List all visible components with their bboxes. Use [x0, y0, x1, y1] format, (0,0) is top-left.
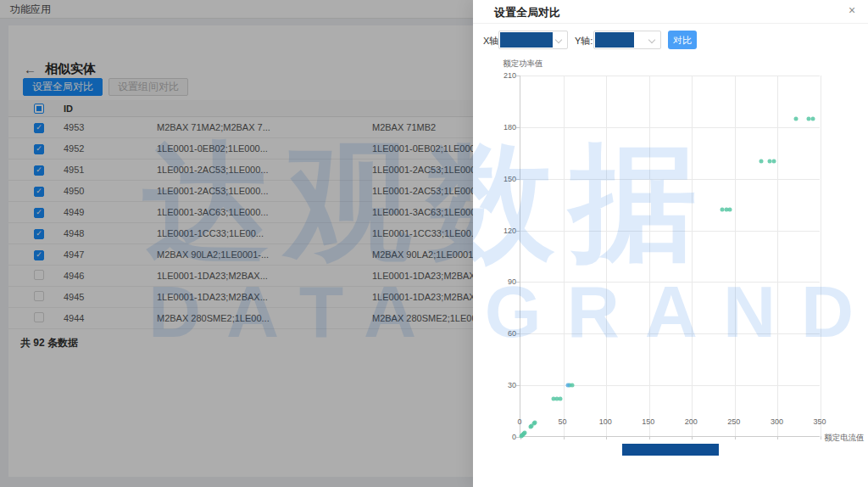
data-point	[523, 430, 527, 434]
data-point	[533, 420, 537, 424]
x-tick-label: 300	[771, 417, 783, 426]
y-tick-label: 0	[512, 433, 516, 441]
data-point	[558, 397, 562, 401]
data-point	[772, 160, 776, 164]
chevron-down-icon	[555, 36, 562, 43]
y-tick-label: 150	[504, 175, 516, 183]
x-tick-label: 100	[599, 417, 612, 426]
compare-button[interactable]: 对比	[668, 31, 697, 49]
data-point	[727, 208, 732, 212]
x-axis-title: 额定电流值	[824, 433, 865, 444]
close-icon[interactable]: ×	[844, 3, 860, 17]
y-tick-label: 90	[508, 277, 516, 286]
plot-area	[520, 76, 820, 437]
y-axis-title: 额定功率值	[503, 59, 543, 70]
axis-controls: X轴: Y轴: 对比	[473, 31, 868, 51]
data-point	[793, 116, 798, 120]
chevron-down-icon	[648, 36, 655, 43]
x-axis-select[interactable]	[498, 31, 568, 49]
x-tick-label: 350	[813, 417, 826, 426]
data-point	[570, 383, 574, 388]
data-point	[565, 383, 570, 388]
drawer-title: 设置全局对比	[494, 5, 560, 20]
global-compare-drawer: 设置全局对比 × X轴: Y轴: 对比 额定功率值 额定电流值 05010015…	[473, 0, 868, 487]
x-tick-label: 50	[559, 417, 567, 426]
x-tick-label: 150	[642, 417, 654, 426]
x-tick-label: 200	[685, 417, 698, 426]
y-tick-label: 30	[508, 381, 516, 389]
selected-value-highlight	[500, 32, 553, 48]
datazoom-slider[interactable]	[622, 444, 718, 456]
x-tick-label: 0	[517, 417, 521, 426]
y-tick-label: 120	[504, 227, 516, 235]
y-axis-select[interactable]	[593, 31, 661, 49]
drawer-header: 设置全局对比 ×	[473, 0, 868, 24]
scatter-chart: 额定功率值 额定电流值 050100150200250300350 030609…	[473, 51, 868, 475]
y-tick-label: 210	[504, 71, 516, 80]
y-tick-label: 180	[504, 123, 516, 132]
data-point	[810, 116, 815, 120]
drawer-mask[interactable]	[0, 0, 473, 487]
data-point	[760, 160, 764, 164]
y-tick-label: 60	[508, 329, 516, 338]
y-axis-label: Y轴:	[575, 35, 593, 48]
selected-value-highlight	[595, 32, 634, 48]
x-tick-label: 250	[727, 417, 740, 426]
